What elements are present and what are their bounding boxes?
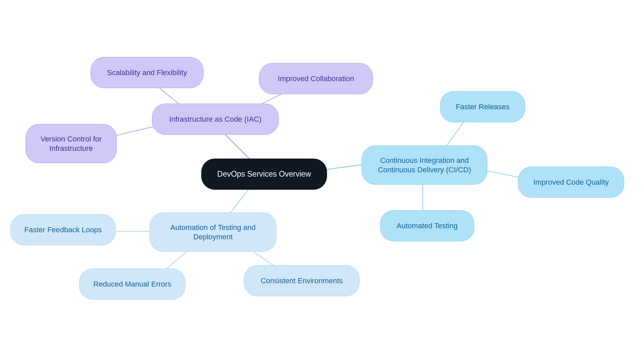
- node-automated-testing[interactable]: Automated Testing: [380, 210, 474, 241]
- node-iac[interactable]: Infrastructure as Code (IAC): [152, 104, 279, 135]
- node-consistent-env-label: Consistent Environments: [261, 276, 343, 286]
- node-iac-label: Infrastructure as Code (IAC): [169, 115, 261, 124]
- node-collaboration-label: Improved Collaboration: [278, 74, 354, 83]
- node-cicd[interactable]: Continuous Integration and Continuous De…: [362, 145, 487, 185]
- node-center[interactable]: DevOps Services Overview: [201, 159, 327, 190]
- node-manual-errors[interactable]: Reduced Manual Errors: [79, 268, 185, 300]
- node-consistent-env[interactable]: Consistent Environments: [244, 265, 360, 296]
- node-scalability[interactable]: Scalability and Flexibility: [91, 57, 204, 88]
- node-faster-releases-label: Faster Releases: [456, 102, 509, 112]
- node-collaboration[interactable]: Improved Collaboration: [259, 63, 373, 94]
- node-automation-label: Automation of Testing and Deployment: [158, 223, 268, 241]
- mindmap-canvas: DevOps Services Overview Infrastructure …: [0, 0, 644, 363]
- node-code-quality[interactable]: Improved Code Quality: [518, 167, 624, 198]
- node-faster-releases[interactable]: Faster Releases: [440, 91, 525, 122]
- node-feedback-loops-label: Faster Feedback Loops: [24, 225, 102, 235]
- node-center-label: DevOps Services Overview: [217, 169, 311, 179]
- node-feedback-loops[interactable]: Faster Feedback Loops: [10, 214, 116, 245]
- node-cicd-label: Continuous Integration and Continuous De…: [370, 156, 479, 174]
- node-automated-testing-label: Automated Testing: [397, 221, 458, 231]
- node-version-control-label: Version Control for Infrastructure: [34, 134, 108, 153]
- node-scalability-label: Scalability and Flexibility: [107, 68, 187, 77]
- node-manual-errors-label: Reduced Manual Errors: [93, 280, 171, 289]
- node-code-quality-label: Improved Code Quality: [533, 178, 609, 187]
- node-version-control[interactable]: Version Control for Infrastructure: [25, 124, 117, 163]
- node-automation[interactable]: Automation of Testing and Deployment: [150, 213, 276, 252]
